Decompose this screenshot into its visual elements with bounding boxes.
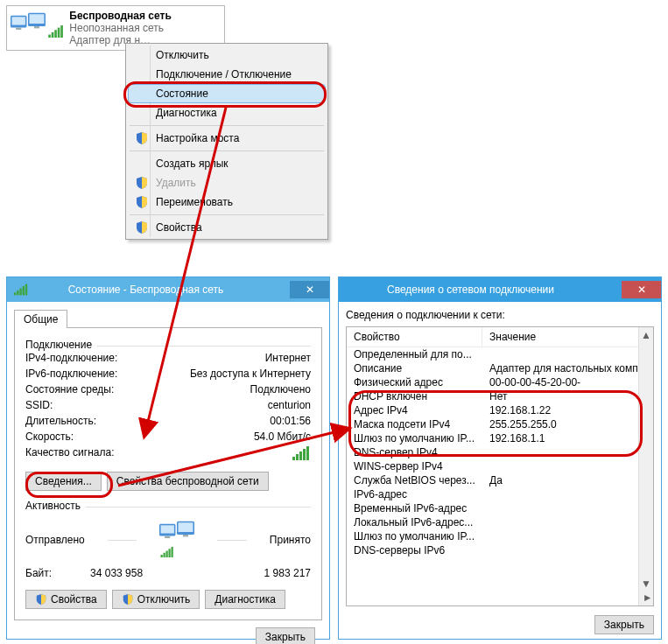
table-row[interactable]: IPv6-адрес bbox=[347, 487, 653, 501]
disable-button[interactable]: Отключить bbox=[112, 590, 200, 609]
media-value: Подключено bbox=[250, 383, 311, 396]
ssid-value: centurion bbox=[268, 399, 311, 411]
table-row[interactable]: Служба NetBIOS через...Да bbox=[347, 473, 653, 487]
value-cell: 00-00-00-45-20-00- bbox=[482, 376, 653, 388]
property-cell: DNS-сервер IPv4 bbox=[347, 446, 482, 458]
bytes-recv: 1 983 217 bbox=[181, 567, 311, 579]
wireless-properties-button[interactable]: Свойства беспроводной сети bbox=[107, 472, 269, 491]
scroll-down-icon[interactable]: ▼ bbox=[639, 576, 653, 591]
connection-status: Неопознанная сеть bbox=[69, 22, 164, 34]
value-cell: Адаптер для настольных компьюте bbox=[482, 362, 653, 374]
property-cell: Адрес IPv4 bbox=[347, 404, 482, 416]
table-row[interactable]: Маска подсети IPv4255.255.255.0 bbox=[347, 417, 653, 431]
context-menu: ОтключитьПодключение / ОтключениеСостоян… bbox=[125, 43, 328, 240]
network-adapter-icon bbox=[11, 10, 64, 40]
details-titlebar[interactable]: Сведения о сетевом подключении ✕ bbox=[339, 277, 661, 302]
table-row[interactable]: WINS-сервер IPv4 bbox=[347, 459, 653, 473]
table-row[interactable]: DNS-серверы IPv6 bbox=[347, 543, 653, 557]
diagnostics-button[interactable]: Диагностика bbox=[205, 590, 285, 609]
property-cell: Временный IPv6-адрес bbox=[347, 502, 482, 514]
connection-tooltip-text: Беспроводная сеть Неопознанная сеть Адап… bbox=[69, 10, 171, 46]
menu-item[interactable]: Состояние bbox=[128, 84, 326, 103]
property-cell: IPv6-адрес bbox=[347, 488, 482, 500]
table-row[interactable]: Адрес IPv4192.168.1.22 bbox=[347, 403, 653, 417]
details-label: Сведения о подключении к сети: bbox=[346, 309, 654, 321]
close-button[interactable]: ✕ bbox=[622, 281, 661, 298]
col-property[interactable]: Свойство bbox=[347, 327, 482, 346]
details-button[interactable]: Сведения... bbox=[25, 472, 102, 491]
value-cell bbox=[482, 530, 653, 542]
value-cell bbox=[482, 348, 653, 360]
menu-item-label: Диагностика bbox=[156, 107, 217, 119]
menu-item[interactable]: Свойства bbox=[128, 218, 326, 237]
ipv4-value: Интернет bbox=[265, 352, 311, 364]
table-row[interactable]: DNS-сервер IPv4 bbox=[347, 445, 653, 459]
menu-item-label: Состояние bbox=[156, 88, 208, 100]
property-cell: Шлюз по умолчанию IP... bbox=[347, 432, 482, 444]
details-title: Сведения о сетевом подключении bbox=[346, 284, 622, 296]
value-cell: 192.168.1.1 bbox=[482, 432, 653, 444]
value-cell bbox=[482, 446, 653, 458]
close-button[interactable]: Закрыть bbox=[256, 627, 315, 644]
property-cell: DHCP включен bbox=[347, 390, 482, 402]
sent-label: Отправлено bbox=[25, 534, 85, 546]
table-row[interactable]: Шлюз по умолчанию IP...192.168.1.1 bbox=[347, 431, 653, 445]
menu-item[interactable]: Подключение / Отключение bbox=[128, 65, 326, 84]
status-title: Состояние - Беспроводная сеть bbox=[28, 284, 290, 296]
shield-icon bbox=[135, 176, 149, 192]
menu-item-label: Создать ярлык bbox=[156, 158, 229, 170]
connection-name: Беспроводная сеть bbox=[69, 10, 171, 22]
signal-label: Качество сигнала: bbox=[25, 446, 114, 463]
scroll-up-icon[interactable]: ▲ bbox=[639, 327, 653, 342]
menu-item-label: Настройка моста bbox=[156, 132, 239, 144]
col-value[interactable]: Значение bbox=[482, 327, 543, 346]
table-row[interactable]: DHCP включенНет bbox=[347, 389, 653, 403]
value-cell bbox=[482, 502, 653, 514]
table-row[interactable]: Локальный IPv6-адрес... bbox=[347, 515, 653, 529]
details-window: Сведения о сетевом подключении ✕ Сведени… bbox=[338, 276, 662, 640]
close-button[interactable]: ✕ bbox=[290, 281, 329, 298]
property-cell: Маска подсети IPv4 bbox=[347, 418, 482, 430]
details-list[interactable]: Свойство Значение Определенный для по...… bbox=[346, 326, 654, 606]
value-cell bbox=[482, 544, 653, 556]
table-row[interactable]: Временный IPv6-адрес bbox=[347, 501, 653, 515]
table-row[interactable]: Шлюз по умолчанию IP... bbox=[347, 529, 653, 543]
value-cell bbox=[482, 488, 653, 500]
menu-item-label: Отключить bbox=[156, 49, 209, 61]
table-row[interactable]: Определенный для по... bbox=[347, 347, 653, 361]
value-cell: 255.255.255.0 bbox=[482, 418, 653, 430]
menu-item[interactable]: Отключить bbox=[128, 46, 326, 65]
activity-icon bbox=[159, 520, 194, 560]
bytes-label: Байт: bbox=[25, 567, 52, 579]
value-cell bbox=[482, 516, 653, 528]
recv-label: Принято bbox=[270, 534, 311, 546]
property-cell: Определенный для по... bbox=[347, 348, 482, 360]
menu-item[interactable]: Диагностика bbox=[128, 103, 326, 122]
close-button[interactable]: Закрыть bbox=[594, 615, 654, 634]
ipv6-label: IPv6-подключение: bbox=[25, 368, 117, 380]
status-titlebar[interactable]: Состояние - Беспроводная сеть ✕ bbox=[7, 277, 329, 302]
menu-item[interactable]: Создать ярлык bbox=[128, 154, 326, 173]
property-cell: Физический адрес bbox=[347, 376, 482, 388]
property-cell: DNS-серверы IPv6 bbox=[347, 544, 482, 556]
property-cell: Локальный IPv6-адрес... bbox=[347, 516, 482, 528]
scrollbar[interactable]: ▲ ▼ ▼ bbox=[638, 327, 653, 606]
menu-item[interactable]: Настройка моста bbox=[128, 129, 326, 148]
shield-icon bbox=[135, 195, 149, 212]
properties-button[interactable]: Свойства bbox=[25, 590, 107, 609]
property-cell: Описание bbox=[347, 362, 482, 374]
shield-icon bbox=[135, 131, 149, 148]
group-connection: Подключение bbox=[25, 339, 97, 351]
menu-item[interactable]: Переименовать bbox=[128, 192, 326, 212]
ssid-label: SSID: bbox=[25, 399, 53, 411]
signal-icon bbox=[292, 446, 311, 463]
tab-general[interactable]: Общие bbox=[14, 310, 67, 328]
duration-label: Длительность: bbox=[25, 415, 96, 427]
media-label: Состояние среды: bbox=[25, 383, 114, 396]
menu-item-label: Свойства bbox=[156, 221, 202, 234]
scroll-right-icon[interactable]: ▼ bbox=[639, 592, 654, 606]
value-cell bbox=[482, 460, 653, 472]
table-row[interactable]: Физический адрес00-00-00-45-20-00- bbox=[347, 375, 653, 389]
table-row[interactable]: ОписаниеАдаптер для настольных компьюте bbox=[347, 361, 653, 375]
signal-icon bbox=[14, 284, 28, 296]
